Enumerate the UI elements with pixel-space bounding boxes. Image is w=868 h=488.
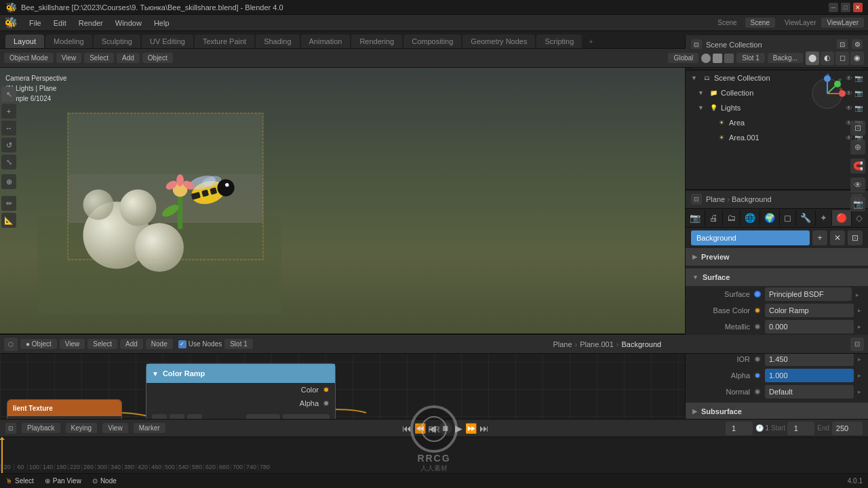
tab-texture-paint[interactable]: Texture Paint	[195, 35, 254, 48]
props-data-icon[interactable]: ◇	[852, 210, 867, 226]
snap-toggle[interactable]: 🧲	[850, 159, 865, 174]
add-workspace-button[interactable]: +	[583, 35, 598, 48]
ramp-menu-button[interactable]: ▾	[187, 414, 202, 419]
ior-socket[interactable]	[754, 356, 761, 363]
menu-window[interactable]: Window	[111, 18, 146, 28]
surface-expand[interactable]: ▸	[856, 291, 861, 297]
timeline-marker[interactable]: Marker	[134, 423, 165, 433]
annotate-tool[interactable]: ✏	[1, 196, 16, 211]
scale-tool[interactable]: ⤡	[1, 155, 16, 169]
rendered-btn[interactable]: ◉	[850, 52, 864, 65]
props-world-icon[interactable]: 🌍	[760, 210, 780, 226]
tree-item-area[interactable]: ☀ Area 👁 📷	[686, 115, 868, 130]
timeline-editor-icon[interactable]: ⊡	[5, 423, 16, 434]
jump-start-btn[interactable]: ⏮	[402, 423, 412, 434]
editor-type-btn[interactable]: ⬡	[4, 338, 18, 351]
viewport-view-btn[interactable]: View	[56, 53, 82, 63]
color-mode-select[interactable]: RGBHSVHSL	[246, 414, 280, 419]
timeline-keying[interactable]: Keying	[66, 423, 98, 433]
alpha-value[interactable]: 1.000	[765, 369, 854, 382]
material-remove-btn[interactable]: ✕	[830, 230, 845, 245]
jump-end-btn[interactable]: ⏭	[479, 423, 489, 434]
tab-rendering[interactable]: Rendering	[351, 35, 402, 48]
normal-expand[interactable]: ▸	[858, 388, 861, 395]
stop-btn[interactable]: ⏹	[439, 422, 452, 435]
maximize-button[interactable]: □	[841, 3, 850, 12]
proportional-edit[interactable]	[724, 54, 734, 63]
ior-value[interactable]: 1.450	[765, 352, 854, 366]
menu-help[interactable]: Help	[149, 18, 174, 28]
props-view-layer-icon[interactable]: 🗂	[723, 210, 741, 226]
preview-section-header[interactable]: ▶ Preview	[686, 248, 868, 266]
alpha-socket[interactable]	[754, 372, 761, 379]
render-icon[interactable]: 📷	[854, 75, 863, 82]
wireframe-btn[interactable]: ◻	[835, 52, 849, 65]
tab-layout[interactable]: Layout	[5, 35, 44, 48]
menu-file[interactable]: File	[24, 18, 46, 28]
viewport-object-btn[interactable]: Object	[142, 53, 173, 63]
basecolor-value[interactable]: Color Ramp	[765, 304, 854, 317]
timeline-view[interactable]: View	[102, 423, 128, 433]
render-icon[interactable]: 📷	[854, 104, 863, 112]
overlay-toggle[interactable]: ⊡	[850, 121, 865, 136]
texture-node[interactable]: lient Texture Color Fac Normal Normal ▾	[7, 399, 122, 419]
viewport-background-btn[interactable]: Backg...	[768, 53, 803, 63]
transform-tool[interactable]: ⊕	[1, 174, 16, 189]
scene-selector[interactable]: Scene	[745, 18, 775, 28]
texture-color-socket[interactable]	[109, 419, 116, 420]
ne-object-btn[interactable]: ● Object	[20, 339, 57, 349]
metallic-value[interactable]: 0.000	[765, 320, 854, 333]
viewport-add-btn[interactable]: Add	[117, 53, 140, 63]
tab-sculpting[interactable]: Sculpting	[94, 35, 140, 48]
texture-color-output[interactable]: Color	[7, 416, 121, 419]
metallic-socket[interactable]	[754, 323, 761, 330]
ne-add-btn[interactable]: Add	[120, 339, 143, 349]
normal-value[interactable]: Default	[765, 385, 854, 399]
tab-modeling[interactable]: Modeling	[45, 35, 92, 48]
measure-tool[interactable]: 📐	[1, 213, 16, 228]
material-name-btn[interactable]: Background	[691, 230, 810, 245]
minimize-button[interactable]: ─	[829, 3, 838, 12]
step-back-btn[interactable]: ⏪	[414, 423, 426, 434]
cursor-tool[interactable]: +	[1, 104, 16, 119]
use-nodes-toggle[interactable]: ✓ Use Nodes	[178, 340, 222, 348]
props-object-icon[interactable]: ◻	[780, 210, 796, 226]
tab-uv-editing[interactable]: UV Editing	[142, 35, 193, 48]
material-add-btn[interactable]: +	[812, 230, 827, 245]
props-particles-icon[interactable]: ✦	[816, 210, 832, 226]
color-output-socket[interactable]	[323, 386, 330, 393]
ne-node-btn[interactable]: Node	[146, 339, 173, 349]
current-frame-input[interactable]	[726, 422, 753, 435]
slot-selector-ne[interactable]: Slot 1	[224, 339, 253, 349]
gizmo-toggle[interactable]: ⊕	[850, 140, 865, 155]
viewport-gizmo[interactable]: X Y Z	[807, 73, 848, 114]
viewport-select-btn[interactable]: Select	[84, 53, 114, 63]
surface-value[interactable]: Principled BSDF	[765, 287, 852, 301]
ne-collapse-btn[interactable]: ⊡	[850, 338, 864, 351]
surface-section-header[interactable]: ▼ Surface	[686, 268, 868, 286]
remove-stop-button[interactable]: −	[170, 414, 184, 419]
rotate-tool[interactable]: ↺	[1, 138, 16, 152]
timeline-playback[interactable]: Playback	[22, 423, 60, 433]
timeline-ruler[interactable]: 20 60 100 140 180 220 260 300 340 380 42…	[0, 437, 868, 473]
move-tool[interactable]: ↔	[1, 121, 16, 136]
view-layer-selector[interactable]: ViewLayer	[821, 18, 864, 28]
material-browse-btn[interactable]: ⊡	[848, 230, 863, 245]
tab-shading[interactable]: Shading	[256, 35, 299, 48]
slot-selector[interactable]: Slot 1	[736, 53, 765, 63]
end-frame-input[interactable]	[832, 422, 863, 435]
render-options[interactable]: 📷	[850, 197, 865, 211]
play-reverse-btn[interactable]: ◀	[429, 423, 436, 434]
tab-animation[interactable]: Animation	[301, 35, 351, 48]
ior-expand[interactable]: ▸	[858, 356, 861, 363]
props-modifiers-icon[interactable]: 🔧	[796, 210, 816, 226]
menu-render[interactable]: Render	[74, 18, 108, 28]
object-mode-dropdown[interactable]: Object Mode	[4, 53, 54, 63]
render-icon[interactable]: 📷	[854, 89, 863, 97]
normal-socket[interactable]	[754, 388, 761, 395]
tab-compositing[interactable]: Compositing	[403, 35, 461, 48]
ne-view-btn[interactable]: View	[60, 339, 85, 349]
snap-btn[interactable]	[713, 54, 722, 63]
play-btn[interactable]: ▶	[455, 423, 462, 434]
basecolor-expand[interactable]: ▸	[858, 307, 861, 314]
